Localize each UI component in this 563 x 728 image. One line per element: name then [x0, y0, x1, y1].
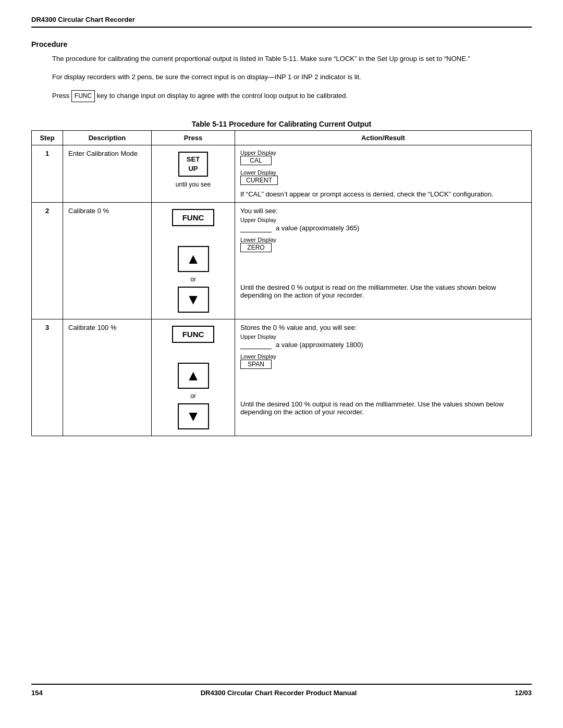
or-text-3: or: [190, 392, 196, 400]
step-number-1: 1: [32, 145, 63, 202]
press-cell-2: FUNC ▲ or ▼: [152, 202, 235, 319]
para3-pre: Press: [52, 92, 69, 100]
footer-center-text: DR4300 Circular Chart Recorder Product M…: [201, 689, 357, 697]
col-header-press: Press: [152, 130, 235, 145]
value-approx-2: a value (approximately 365): [276, 224, 359, 232]
para3-post: key to change input on display to agree …: [97, 92, 348, 100]
upper-display-label-3: Upper Display: [240, 334, 526, 340]
arrow-down-icon: ▼: [186, 291, 201, 308]
action-block-1a: Upper Display CAL: [240, 150, 526, 165]
table-title: Table 5-11 Procedure for Calibrating Cur…: [31, 120, 532, 128]
description-1: Enter Calibration Mode: [63, 145, 152, 202]
lower-display-value-3: SPAN: [240, 360, 272, 369]
value-line-3: a value (approximately 1800): [240, 341, 526, 349]
set-up-button[interactable]: SET UP: [178, 152, 208, 177]
action-note-3: Until the desired 100 % output is read o…: [240, 400, 526, 416]
arrow-down-button-2[interactable]: ▼: [178, 287, 209, 313]
arrow-up-button-3[interactable]: ▲: [178, 363, 209, 389]
lower-display-label-1: Lower Display: [240, 169, 526, 176]
header-title: DR4300 Circular Chart Recorder: [31, 16, 135, 23]
func-inline-key: FUNC: [71, 90, 95, 102]
footer-date: 12/03: [515, 689, 532, 697]
stores-text-3: Stores the 0 % value and, you will see:: [240, 324, 526, 331]
func-button-2[interactable]: FUNC: [172, 209, 215, 226]
action-cell-2: You will see: Upper Display a value (app…: [235, 202, 532, 319]
arrow-up-icon: ▲: [186, 367, 201, 384]
lower-display-value-1: CURENT: [240, 176, 278, 185]
action-block-1b: Lower Display CURENT: [240, 169, 526, 185]
col-header-description: Description: [63, 130, 152, 145]
page-header: DR4300 Circular Chart Recorder: [31, 16, 532, 28]
action-block-3a: Upper Display a value (approximately 180…: [240, 334, 526, 349]
action-cell-3: Stores the 0 % value and, you will see: …: [235, 319, 532, 436]
lower-display-label-3: Lower Display: [240, 353, 526, 360]
step-number-3: 3: [32, 319, 63, 436]
action-cell-1: Upper Display CAL Lower Display CURENT I…: [235, 145, 532, 202]
upper-display-label-1: Upper Display: [240, 150, 526, 156]
value-blank-3: [240, 341, 272, 349]
func-button-3[interactable]: FUNC: [172, 326, 215, 343]
action-block-2a: Upper Display a value (approximately 365…: [240, 217, 526, 232]
upper-display-label-2: Upper Display: [240, 217, 526, 223]
arrow-down-icon: ▼: [186, 408, 201, 425]
col-header-step: Step: [32, 130, 63, 145]
action-block-2b: Lower Display ZERO: [240, 237, 526, 252]
page: DR4300 Circular Chart Recorder Procedure…: [0, 0, 563, 728]
press-cell-3: FUNC ▲ or ▼: [152, 319, 235, 436]
action-block-3b: Lower Display SPAN: [240, 353, 526, 369]
value-blank-2: [240, 224, 272, 232]
until-text-1: until you see: [176, 181, 211, 188]
intro-para2: For display recorders with 2 pens, be su…: [52, 72, 532, 83]
upper-display-value-1: CAL: [240, 156, 272, 165]
section-heading: Procedure: [31, 40, 532, 48]
col-header-action: Action/Result: [235, 130, 532, 145]
procedure-table: Step Description Press Action/Result 1 E…: [31, 130, 532, 436]
arrow-up-icon: ▲: [186, 251, 201, 267]
table-row: 1 Enter Calibration Mode SET UP until yo…: [32, 145, 532, 202]
you-will-see-2: You will see:: [240, 207, 526, 215]
press-cell-1: SET UP until you see: [152, 145, 235, 202]
step-number-2: 2: [32, 202, 63, 319]
description-3: Calibrate 100 %: [63, 319, 152, 436]
intro-para1: The procedure for calibrating the curren…: [52, 54, 532, 65]
table-row: 3 Calibrate 100 % FUNC ▲ or ▼: [32, 319, 532, 436]
arrow-down-button-3[interactable]: ▼: [178, 403, 209, 429]
description-2: Calibrate 0 %: [63, 202, 152, 319]
page-footer: 154 DR4300 Circular Chart Recorder Produ…: [31, 684, 532, 697]
intro-para3: Press FUNC key to change input on displa…: [52, 90, 532, 102]
lower-display-label-2: Lower Display: [240, 237, 526, 243]
value-approx-3: a value (approximately 1800): [276, 341, 363, 349]
lower-display-value-2: ZERO: [240, 243, 272, 252]
value-line-2: a value (approximately 365): [240, 224, 526, 232]
action-note-1: If “CAL” doesn’t appear or prompt access…: [240, 190, 526, 198]
footer-page-number: 154: [31, 689, 43, 697]
table-row: 2 Calibrate 0 % FUNC ▲ or ▼: [32, 202, 532, 319]
action-note-2: Until the desired 0 % output is read on …: [240, 283, 526, 299]
or-text-2: or: [190, 276, 196, 283]
arrow-up-button-2[interactable]: ▲: [178, 246, 209, 272]
